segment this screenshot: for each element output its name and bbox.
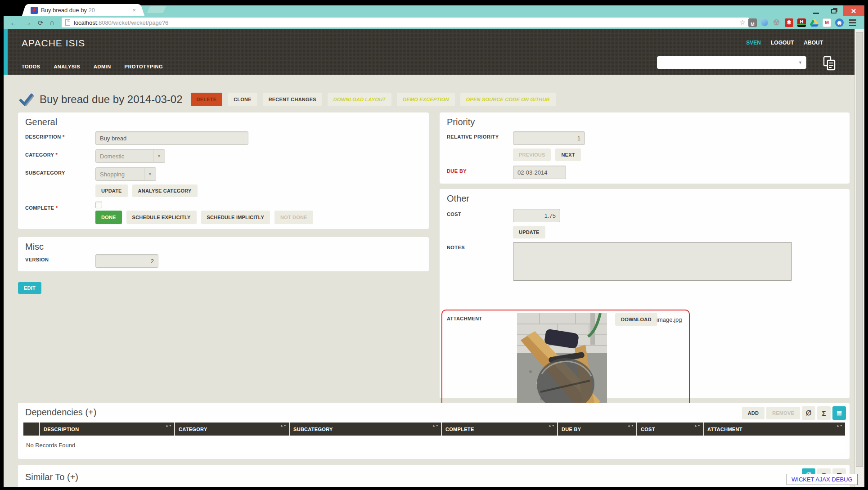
todo-check-icon <box>18 93 34 106</box>
column-header[interactable]: SUBCATEGORY▲▼ <box>289 423 441 436</box>
download-layout-button[interactable]: DOWNLOAD LAYOUT <box>328 93 391 106</box>
extension-radiation-icon[interactable]: ☢ <box>772 18 781 27</box>
home-icon[interactable]: ⌂ <box>50 19 54 27</box>
no-records-text: No Records Found <box>23 436 845 454</box>
attachment-filename: image.jpg <box>657 316 682 323</box>
sort-icon[interactable]: ▲▼ <box>432 424 439 427</box>
update-button[interactable]: UPDATE <box>95 184 128 197</box>
window-controls: ✕ <box>807 5 864 17</box>
minimize-button[interactable] <box>807 5 825 17</box>
demo-exception-button[interactable]: DEMO EXCEPTION <box>397 93 454 106</box>
chevron-down-icon[interactable]: ▼ <box>794 56 806 69</box>
extension-gmail-icon[interactable]: M <box>823 18 831 27</box>
not-done-button[interactable]: NOT DONE <box>274 211 313 224</box>
extension-h-icon[interactable]: H <box>797 18 806 27</box>
general-panel-title: General <box>25 117 57 127</box>
browser-menu-icon[interactable] <box>849 19 856 26</box>
tab-strip: Buy bread due by 20 × ✕ <box>4 0 864 16</box>
menu-item-todos[interactable]: TODOS <box>22 64 40 69</box>
sort-icon[interactable]: ▲▼ <box>694 424 701 427</box>
subcategory-label: SUBCATEGORY <box>25 170 65 175</box>
column-header[interactable]: DESCRIPTION▲▼ <box>40 423 175 436</box>
about-link[interactable]: ABOUT <box>804 40 823 46</box>
other-panel-title: Other <box>447 193 469 204</box>
edit-button[interactable]: EDIT <box>18 282 41 294</box>
menu-item-admin[interactable]: ADMIN <box>94 64 111 69</box>
cost-update-button[interactable]: UPDATE <box>513 226 545 238</box>
header-accent-strip <box>4 29 8 75</box>
bookmark-star-icon[interactable]: ☆ <box>740 18 746 27</box>
copy-documents-icon[interactable] <box>823 56 837 71</box>
schedule-explicitly-button[interactable]: SCHEDULE EXPLICITLY <box>126 211 197 224</box>
menu-item-prototyping[interactable]: PROTOTYPING <box>125 64 163 69</box>
remove-button[interactable]: REMOVE <box>766 407 800 419</box>
select-column-header <box>23 423 40 436</box>
category-select[interactable]: Domestic▼ <box>95 149 165 163</box>
column-header[interactable]: CATEGORY▲▼ <box>175 423 289 436</box>
summary-sigma-icon[interactable]: Σ <box>817 406 831 420</box>
notes-textarea[interactable] <box>513 242 792 281</box>
version-label: VERSION <box>25 257 49 262</box>
restore-button[interactable] <box>825 5 843 17</box>
open-source-code-button[interactable]: OPEN SOURCE CODE ON GITHUB <box>460 93 556 106</box>
similar-to-panel: Similar To (+) ∅ Σ ≣ <box>18 465 850 487</box>
site-header: APACHE ISIS TODOS ANALYSIS ADMIN PROTOTY… <box>4 29 855 75</box>
relative-priority-field[interactable] <box>513 131 585 145</box>
column-header[interactable]: DUE BY▲▼ <box>558 423 637 436</box>
done-button[interactable]: DONE <box>95 211 122 224</box>
back-icon[interactable]: ← <box>10 19 18 27</box>
browser-tab[interactable]: Buy bread due by 20 × <box>27 4 139 16</box>
extension-m-icon[interactable]: M <box>748 18 757 27</box>
header-search-combobox[interactable]: ▼ <box>657 56 806 69</box>
sort-icon[interactable]: ▲▼ <box>837 424 843 427</box>
forward-icon[interactable]: → <box>24 19 31 27</box>
download-button[interactable]: DOWNLOAD <box>615 313 657 326</box>
sort-icon[interactable]: ▲▼ <box>166 424 172 427</box>
hide-columns-icon[interactable]: ∅ <box>802 406 815 420</box>
schedule-implicitly-button[interactable]: SCHEDULE IMPLICITLY <box>201 211 270 224</box>
column-header[interactable]: COST▲▼ <box>637 423 703 436</box>
tab-close-icon[interactable]: × <box>132 7 136 13</box>
column-header[interactable]: COMPLETE▲▼ <box>441 423 558 436</box>
extension-drive-icon[interactable] <box>810 18 819 27</box>
due-by-label: DUE BY <box>447 168 467 174</box>
list-view-icon[interactable]: ≣ <box>832 406 846 420</box>
cost-field[interactable] <box>513 209 560 222</box>
reload-icon[interactable]: ⟳ <box>38 19 44 26</box>
url-text: localhost:8080/wicket/wicket/page?6 <box>74 19 168 26</box>
extension-feather-icon[interactable] <box>760 18 769 27</box>
add-button[interactable]: ADD <box>742 407 765 419</box>
extension-camera-icon[interactable]: ◉ <box>835 18 844 27</box>
due-by-field[interactable] <box>513 166 566 179</box>
empty-row: No Records Found <box>23 436 845 454</box>
subcategory-select[interactable]: Shopping▼ <box>95 167 156 181</box>
user-name-link[interactable]: SVEN <box>746 40 761 46</box>
address-bar[interactable]: localhost:8080/wicket/wicket/page?6 ☆ <box>62 18 749 27</box>
scrollbar[interactable] <box>855 29 864 487</box>
web-page: APACHE ISIS TODOS ANALYSIS ADMIN PROTOTY… <box>4 29 864 487</box>
column-header[interactable]: ATTACHMENT▲▼ <box>703 423 845 436</box>
brand-title: APACHE ISIS <box>22 38 85 49</box>
sort-icon[interactable]: ▲▼ <box>549 424 555 427</box>
description-field[interactable] <box>95 131 248 145</box>
close-button[interactable]: ✕ <box>843 5 864 17</box>
sort-icon[interactable]: ▲▼ <box>628 424 634 427</box>
extension-lastpass-icon[interactable]: ✱ <box>785 18 793 27</box>
sort-icon[interactable]: ▲▼ <box>280 424 287 427</box>
next-button[interactable]: NEXT <box>555 148 580 161</box>
clone-button[interactable]: CLONE <box>228 93 257 106</box>
previous-button[interactable]: PREVIOUS <box>513 148 551 161</box>
logout-link[interactable]: LOGOUT <box>771 40 794 46</box>
new-tab-button[interactable] <box>147 6 166 13</box>
page-icon <box>65 19 70 26</box>
page-title: Buy bread due by 2014-03-02 <box>40 93 183 106</box>
wicket-ajax-debug-link[interactable]: WICKET AJAX DEBUG <box>787 474 858 485</box>
delete-button[interactable]: DELETE <box>191 93 223 106</box>
complete-checkbox[interactable] <box>95 202 102 208</box>
version-field[interactable] <box>95 254 158 268</box>
analyse-category-button[interactable]: ANALYSE CATEGORY <box>132 184 198 197</box>
menu-item-analysis[interactable]: ANALYSIS <box>54 64 80 69</box>
browser-toolbar: ← → ⟳ ⌂ localhost:8080/wicket/wicket/pag… <box>4 16 864 29</box>
recent-changes-button[interactable]: RECENT CHANGES <box>263 93 322 106</box>
scrollbar-thumb[interactable] <box>856 32 863 467</box>
